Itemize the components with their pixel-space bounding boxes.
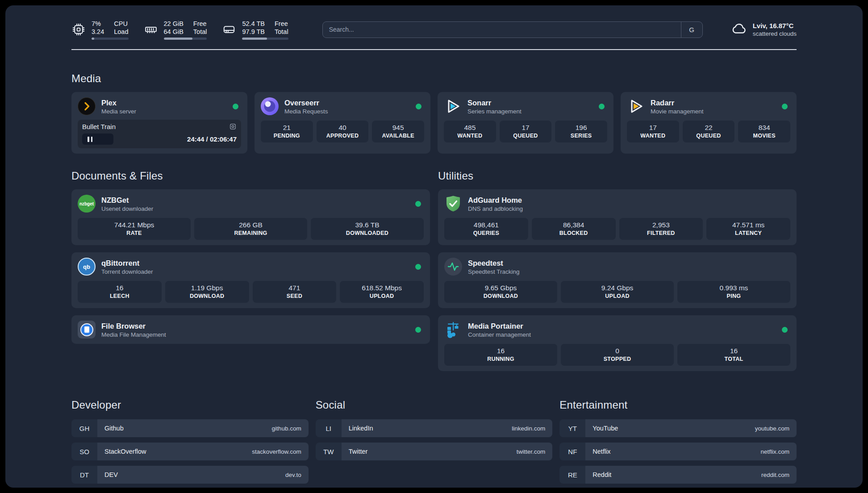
status-online-dot <box>415 264 421 270</box>
service-card-qbittorrent[interactable]: qb qBittorrent Torrent downloader 16 <box>71 252 430 308</box>
search-input[interactable] <box>323 22 681 38</box>
header-bar: 7% 3.24 CPU Load <box>71 17 797 42</box>
stat-tile-latency: 47.571 ms LATENCY <box>706 218 790 240</box>
stat-value: 16 <box>679 347 789 355</box>
bookmark-linkedin[interactable]: LI LinkedIn linkedin.com <box>316 419 553 437</box>
bookmark-abbr: RE <box>559 466 585 484</box>
sonarr-icon <box>444 97 462 115</box>
stat-value: 39.6 TB <box>313 221 422 229</box>
stat-tile-blocked: 86,384 BLOCKED <box>532 218 616 240</box>
bookmark-stackoverflow[interactable]: SO StackOverflow stackoverflow.com <box>71 443 309 460</box>
bookmark-group-developer: Developer GH Github github.com SO StackO… <box>71 399 309 488</box>
service-subtitle: Container management <box>468 331 531 338</box>
stat-label: FILTERED <box>621 230 701 236</box>
service-card-nzbget[interactable]: nzbget NZBGet Usenet downloader 744.21 M… <box>71 189 430 245</box>
stat-label: LEECH <box>79 293 160 299</box>
bookmark-dev[interactable]: DT DEV dev.to <box>71 466 309 484</box>
bookmark-name: Reddit <box>593 471 611 478</box>
status-online-dot <box>782 104 788 109</box>
service-title: Speedtest <box>468 259 520 267</box>
stat-label: PENDING <box>263 133 311 139</box>
service-card-filebrowser[interactable]: File Browser Media File Management <box>71 315 430 344</box>
stat-value: 40 <box>318 124 367 132</box>
service-title: Media Portainer <box>468 322 531 330</box>
stat-label: MOVIES <box>740 133 789 139</box>
memory-stat: 22 GiB 64 GiB Free Total <box>144 20 207 40</box>
bookmark-name: Netflix <box>593 448 610 455</box>
bookmark-group-entertainment: Entertainment YT YouTube youtube.com NF … <box>559 399 797 488</box>
service-subtitle: Media server <box>101 108 136 115</box>
stat-value: 618.52 Mbps <box>342 284 422 292</box>
service-subtitle: Media File Management <box>101 331 166 338</box>
service-card-adguard[interactable]: AdGuard Home DNS and adblocking 498,461 … <box>438 189 797 245</box>
service-card-sonarr[interactable]: Sonarr Series management 485 WANTED 17 Q… <box>438 92 613 154</box>
search-engine-button[interactable]: G <box>681 22 702 38</box>
stat-tile-approved: 40 APPROVED <box>317 121 369 142</box>
stat-label: AVAILABLE <box>374 133 422 139</box>
section-title-social: Social <box>316 399 553 411</box>
cpu-usage-label: CPU <box>114 20 128 28</box>
stat-tile-wanted: 17 WANTED <box>627 121 679 142</box>
stat-value: 266 GB <box>196 221 305 229</box>
service-title: File Browser <box>101 322 166 330</box>
stat-value: 1.19 Gbps <box>167 284 247 292</box>
status-online-dot <box>415 327 421 333</box>
stat-tile-download: 9.65 Gbps DOWNLOAD <box>444 281 557 303</box>
playback-time: 24:44 / 02:06:47 <box>187 135 237 143</box>
stat-tile-queries: 498,461 QUERIES <box>444 218 528 240</box>
stat-value: 9.65 Gbps <box>446 284 555 292</box>
stat-value: 22 <box>684 124 733 132</box>
bookmark-abbr: YT <box>559 419 585 437</box>
stat-label: REMAINING <box>196 230 305 236</box>
bookmark-twitter[interactable]: TW Twitter twitter.com <box>316 443 553 460</box>
cloud-icon <box>730 20 747 39</box>
stat-tile-running: 16 RUNNING <box>444 344 557 366</box>
stat-tile-rate: 744.21 Mbps RATE <box>78 218 191 240</box>
stat-label: RUNNING <box>446 356 555 362</box>
section-title-utilities: Utilities <box>438 170 797 182</box>
service-card-overseerr[interactable]: Overseerr Media Requests 21 PENDING 40 A… <box>255 92 430 154</box>
stat-value: 2,953 <box>621 221 701 229</box>
bookmark-name: DEV <box>104 471 118 478</box>
service-subtitle: Speedtest Tracking <box>468 268 520 275</box>
service-card-plex[interactable]: Plex Media server Bullet Train <box>71 92 247 154</box>
stat-tile-stopped: 0 STOPPED <box>561 344 674 366</box>
stat-value: 744.21 Mbps <box>79 221 189 229</box>
service-card-portainer[interactable]: Media Portainer Container management 16 … <box>438 315 797 371</box>
service-title: Radarr <box>651 98 704 107</box>
disk-total-value: 97.9 TB <box>242 28 265 36</box>
qbittorrent-icon-text: qb <box>83 263 90 270</box>
stat-tile-wanted: 485 WANTED <box>444 121 496 142</box>
plex-icon <box>78 97 96 115</box>
stat-label: UPLOAD <box>342 293 422 299</box>
bookmark-github[interactable]: GH Github github.com <box>71 419 309 437</box>
service-card-radarr[interactable]: Radarr Movie management 17 WANTED 22 QUE… <box>621 92 797 154</box>
stat-tile-available: 945 AVAILABLE <box>372 121 424 142</box>
bookmark-youtube[interactable]: YT YouTube youtube.com <box>559 419 797 437</box>
stat-value: 47.571 ms <box>708 221 789 229</box>
qbittorrent-icon: qb <box>78 258 96 276</box>
stat-value: 471 <box>255 284 335 292</box>
stat-tile-total: 16 TOTAL <box>677 344 790 366</box>
bookmark-abbr: LI <box>316 419 342 437</box>
service-subtitle: Usenet downloader <box>101 205 153 212</box>
bookmark-url: github.com <box>272 425 301 432</box>
pause-button[interactable] <box>82 134 113 145</box>
section-title-entertainment: Entertainment <box>559 399 797 411</box>
bookmark-abbr: TW <box>316 443 342 460</box>
memory-free-label: Free <box>193 20 207 28</box>
cpu-load-label: Load <box>114 28 128 36</box>
bookmark-reddit[interactable]: RE Reddit reddit.com <box>559 466 797 484</box>
service-subtitle: Torrent downloader <box>101 268 153 275</box>
overseerr-icon <box>261 97 279 115</box>
stat-label: LATENCY <box>708 230 789 236</box>
service-card-speedtest[interactable]: Speedtest Speedtest Tracking 9.65 Gbps D… <box>438 252 797 308</box>
stat-label: UPLOAD <box>563 293 672 299</box>
service-title: Plex <box>101 98 136 107</box>
bookmark-netflix[interactable]: NF Netflix netflix.com <box>559 443 797 460</box>
bookmark-abbr: DT <box>71 466 97 484</box>
nzbget-icon-text: nzbget <box>79 201 94 206</box>
bookmark-url: dev.to <box>285 472 301 478</box>
stat-tile-leech: 16 LEECH <box>78 281 162 303</box>
stat-tile-queued: 17 QUEUED <box>500 121 552 142</box>
